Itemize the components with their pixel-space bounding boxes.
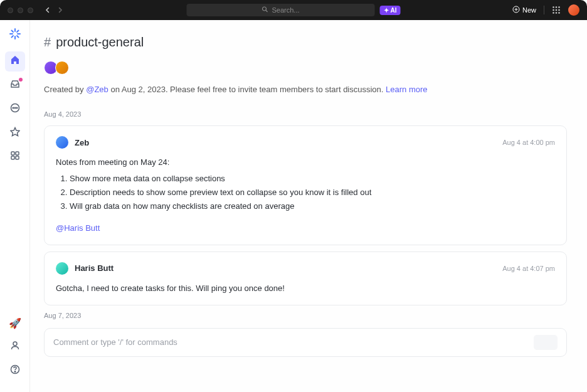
message-list: Show more meta data on collapse sections… <box>70 172 555 213</box>
message-header: Haris Butt Aug 4 at 4:07 pm <box>56 262 555 275</box>
send-button[interactable] <box>534 335 558 350</box>
svg-point-5 <box>558 6 560 8</box>
message-intro: Notes from meeting on May 24: <box>56 156 555 169</box>
notification-badge <box>19 78 23 82</box>
svg-point-4 <box>556 6 558 8</box>
svg-rect-25 <box>16 152 19 155</box>
star-icon <box>10 127 20 139</box>
list-item: Show more meta data on collapse sections <box>70 172 555 185</box>
svg-point-28 <box>13 342 17 346</box>
sidebar-help[interactable] <box>5 361 25 381</box>
main-content: # product-general Created by @Zeb on Aug… <box>30 20 587 392</box>
date-divider-2: Aug 7, 2023 <box>44 312 567 319</box>
author-avatar[interactable] <box>56 136 68 149</box>
traffic-minimize[interactable] <box>18 8 23 13</box>
nav-back-icon[interactable] <box>45 7 51 13</box>
list-item: Description needs to show some preview t… <box>70 186 555 199</box>
ai-button[interactable]: ✦ AI <box>380 6 401 15</box>
svg-rect-27 <box>16 156 19 159</box>
message-body: Gotcha, I need to create tasks for this.… <box>56 282 555 295</box>
rocket-icon: 🚀 <box>9 317 21 329</box>
person-icon <box>10 341 20 353</box>
channel-header: # product-general <box>44 35 567 50</box>
svg-point-11 <box>558 12 560 14</box>
message-timestamp: Aug 4 at 4:00 pm <box>502 139 555 146</box>
sidebar: 🚀 <box>0 20 30 392</box>
meta-suffix: on Aug 2, 2023. Please feel free to invi… <box>108 85 386 94</box>
author-name[interactable]: Haris Butt <box>75 263 114 273</box>
new-button[interactable]: New <box>512 6 536 14</box>
search-container: Search... ✦ AI <box>187 4 401 16</box>
apps-menu[interactable] <box>552 6 561 14</box>
hash-icon: # <box>44 35 51 50</box>
new-label: New <box>522 6 536 14</box>
author-avatar[interactable] <box>56 262 68 275</box>
app-logo-icon[interactable] <box>8 26 23 41</box>
channel-title: product-general <box>56 35 144 50</box>
svg-line-18 <box>11 36 13 38</box>
date-divider-1: Aug 4, 2023 <box>44 110 567 118</box>
svg-point-0 <box>262 7 266 11</box>
titlebar-divider <box>544 6 544 14</box>
sidebar-more[interactable] <box>5 99 25 119</box>
nav-arrows <box>45 7 63 13</box>
svg-line-1 <box>266 11 268 13</box>
ai-label: AI <box>391 7 397 14</box>
svg-point-21 <box>13 107 14 109</box>
more-icon <box>10 103 20 115</box>
meta-author-mention[interactable]: @Zeb <box>86 85 108 94</box>
svg-line-17 <box>17 36 19 38</box>
user-avatar[interactable] <box>568 4 579 16</box>
message-timestamp: Aug 4 at 4:07 pm <box>502 265 555 272</box>
comment-box <box>44 328 567 357</box>
message-header: Zeb Aug 4 at 4:00 pm <box>56 136 555 149</box>
svg-point-9 <box>553 12 554 14</box>
svg-point-23 <box>16 107 18 109</box>
titlebar-right: New <box>512 4 579 16</box>
grid-icon <box>10 151 20 163</box>
search-icon <box>262 6 268 14</box>
search-placeholder: Search... <box>272 6 299 14</box>
help-icon <box>10 364 20 377</box>
learn-more-link[interactable]: Learn more <box>386 85 427 94</box>
channel-meta: Created by @Zeb on Aug 2, 2023. Please f… <box>44 85 567 94</box>
inbox-icon <box>10 79 20 92</box>
traffic-fullscreen[interactable] <box>28 8 33 13</box>
meta-prefix: Created by <box>44 85 86 94</box>
comment-input[interactable] <box>53 337 534 347</box>
svg-point-10 <box>556 12 558 14</box>
sidebar-upgrade[interactable]: 🚀 <box>5 313 25 333</box>
message-body: Notes from meeting on May 24: Show more … <box>56 156 555 235</box>
svg-line-19 <box>17 31 19 33</box>
home-icon <box>10 55 20 68</box>
message-card-1: Zeb Aug 4 at 4:00 pm Notes from meeting … <box>44 125 567 245</box>
svg-point-30 <box>14 371 15 372</box>
sidebar-profile[interactable] <box>5 337 25 357</box>
message-mention[interactable]: @Haris Butt <box>56 222 100 235</box>
svg-point-8 <box>558 9 560 11</box>
member-avatars[interactable] <box>44 61 567 75</box>
plus-icon <box>512 6 520 14</box>
svg-rect-26 <box>11 156 14 159</box>
sidebar-dashboards[interactable] <box>5 147 25 167</box>
traffic-close[interactable] <box>8 8 13 13</box>
svg-point-22 <box>14 107 16 109</box>
sidebar-home[interactable] <box>5 51 25 72</box>
search-box[interactable]: Search... <box>187 4 375 16</box>
sidebar-inbox[interactable] <box>5 75 25 95</box>
titlebar: Search... ✦ AI New <box>0 0 587 20</box>
member-avatar-2 <box>55 61 69 75</box>
svg-point-6 <box>553 9 554 11</box>
svg-point-7 <box>556 9 558 11</box>
author-name[interactable]: Zeb <box>75 138 89 147</box>
svg-rect-24 <box>11 152 14 155</box>
traffic-lights <box>0 8 33 13</box>
sidebar-favorites[interactable] <box>5 123 25 143</box>
nav-forward-icon[interactable] <box>57 7 63 13</box>
svg-point-3 <box>553 6 554 8</box>
sparkle-icon: ✦ <box>384 7 389 14</box>
list-item: Will grab data on how many checklists ar… <box>70 200 555 213</box>
svg-line-16 <box>11 31 13 33</box>
message-card-2: Haris Butt Aug 4 at 4:07 pm Gotcha, I ne… <box>44 252 567 305</box>
